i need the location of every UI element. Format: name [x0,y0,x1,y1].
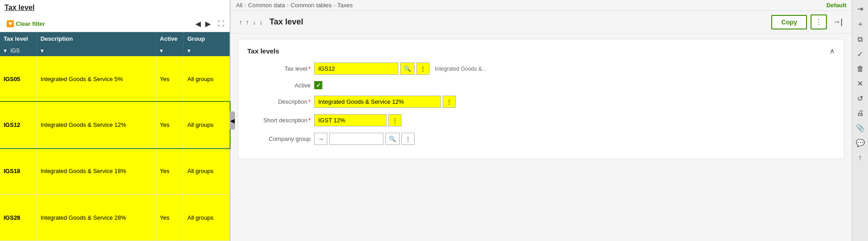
cell-group: All groups [184,194,230,241]
short-desc-input-group: ⋮ [314,114,401,126]
sort-icons: ↑ ↑ ↓ ↓ [238,18,264,26]
active-label: Active [247,82,311,89]
sidebar-comment-button[interactable]: 💬 [852,136,868,150]
page-title: Tax level [0,0,230,15]
description-menu-button[interactable]: ⋮ [443,96,456,108]
company-group-input-group: → 🔍 ⋮ [314,133,415,145]
sidebar-up-button[interactable]: ↑ [852,151,868,164]
sidebar-refresh-button[interactable]: ↺ [852,92,868,106]
filter-icon-group: ▼ [186,48,191,53]
expand-button[interactable]: ⛶ [216,19,226,28]
section-collapse-button[interactable]: ∧ [830,47,835,55]
breadcrumb-taxes[interactable]: Taxes [337,2,353,9]
short-desc-menu-button[interactable]: ⋮ [388,114,401,126]
company-group-row: Company group → 🔍 ⋮ [247,133,835,145]
sort-up-button[interactable]: ↑ [245,18,250,26]
cell-desc: Integrated Goods & Service 12% [37,102,156,148]
breadcrumb-common-data[interactable]: Common data [248,2,285,9]
sidebar-delete-button[interactable]: 🗑 [852,62,868,76]
section-header: Tax levels ∧ [247,47,835,55]
filter-icon-taxlevel: ▼ [3,48,8,53]
filter-cell-active: ▼ [156,45,184,56]
cell-active: Yes [156,56,184,102]
sort-last-button[interactable]: ↓ [258,18,264,26]
data-table: Tax level Description Active Group ▼ ▼ [0,32,230,241]
cell-taxlevel: IGS28 [0,194,37,241]
breadcrumb-all[interactable]: All [236,2,242,9]
sidebar-print-button[interactable]: 🖨 [852,106,868,120]
detail-title: Tax level [269,17,303,27]
breadcrumb-default: Default [826,2,846,9]
sidebar-cancel-button[interactable]: ✕ [852,77,868,91]
sort-first-button[interactable]: ↑ [238,18,244,26]
toolbar-row: 🔽 Clear filter ◀ ▶ ⛶ [0,15,230,32]
cell-group: All groups [184,102,230,148]
company-group-arrow-button[interactable]: → [314,133,327,145]
collapse-handle[interactable]: ◀ [230,111,235,130]
table-row[interactable]: IGS12 Integrated Goods & Service 12% Yes… [0,102,230,148]
description-input[interactable] [314,96,441,108]
breadcrumb-sep-2: › [287,2,288,9]
sidebar-copy-button[interactable]: ⧉ [852,33,868,46]
company-group-input[interactable] [329,133,383,145]
next-arrow-button[interactable]: ▶ [203,19,212,29]
filter-icon-active: ▼ [159,48,164,53]
filter-input-taxlevel[interactable] [9,47,34,55]
tax-level-label: Tax level* [247,65,311,72]
short-desc-input[interactable] [314,114,387,126]
col-header-desc: Description [37,32,156,45]
company-group-menu-button[interactable]: ⋮ [401,133,415,145]
company-group-label: Company group [247,135,311,142]
table-row[interactable]: IGS05 Integrated Goods & Service 5% Yes … [0,56,230,102]
cell-taxlevel: IGS05 [0,56,37,102]
tax-level-hint: Integrated Goods &... [435,66,486,72]
section-title: Tax levels [247,47,279,55]
sidebar-exit-button[interactable]: ⇥ [852,2,868,16]
filter-cell-desc: ▼ [37,45,156,56]
header-actions: Copy ⋮ →| [771,14,844,29]
required-star: * [308,65,311,72]
filter-row: ▼ ▼ ▼ ▼ [0,45,230,56]
breadcrumb-common-tables[interactable]: Common tables [291,2,332,9]
sidebar-check-button[interactable]: ✓ [852,47,868,61]
table-row[interactable]: IGS18 Integrated Goods & Service 18% Yes… [0,148,230,194]
active-row: Active [247,81,835,89]
filter-cell-taxlevel: ▼ [0,45,37,56]
tax-level-search-button[interactable]: 🔍 [400,63,415,75]
prev-arrow-button[interactable]: ◀ [193,19,203,29]
clear-filter-button[interactable]: 🔽 Clear filter [4,18,47,29]
detail-content: Tax levels ∧ Tax level* 🔍 ⋮ Integrated G… [231,34,852,241]
description-input-group: ⋮ [314,96,456,108]
table-body: IGS05 Integrated Goods & Service 5% Yes … [0,56,230,241]
breadcrumb-sep-1: › [244,2,246,9]
short-desc-label: Short description* [247,117,311,124]
right-panel: All › Common data › Common tables › Taxe… [231,0,852,241]
breadcrumb-bar: All › Common data › Common tables › Taxe… [231,0,852,11]
left-panel: Tax level 🔽 Clear filter ◀ ▶ ⛶ Tax level… [0,0,231,241]
sort-down-button[interactable]: ↓ [251,18,257,26]
cell-taxlevel: IGS12 [0,102,37,148]
description-label: Description* [247,98,311,105]
table-header-row: Tax level Description Active Group [0,32,230,45]
copy-button[interactable]: Copy [771,15,807,29]
three-dot-button[interactable]: ⋮ [811,14,827,29]
sidebar-add-button[interactable]: ＋ [852,17,868,32]
cell-active: Yes [156,102,184,148]
cell-desc: Integrated Goods & Service 28% [37,194,156,241]
table-row[interactable]: IGS28 Integrated Goods & Service 28% Yes… [0,194,230,241]
breadcrumb-sep-3: › [334,2,335,9]
cell-active: Yes [156,148,184,194]
clear-filter-label: Clear filter [16,20,45,27]
cell-desc: Integrated Goods & Service 18% [37,148,156,194]
tax-level-input[interactable] [314,63,398,75]
cell-desc: Integrated Goods & Service 5% [37,56,156,102]
company-group-search-button[interactable]: 🔍 [385,133,400,145]
detail-header: ↑ ↑ ↓ ↓ Tax level Copy ⋮ →| [231,11,852,34]
active-checkbox[interactable] [314,81,322,89]
exit-button[interactable]: →| [830,15,844,29]
cell-taxlevel: IGS18 [0,148,37,194]
tax-level-menu-button[interactable]: ⋮ [416,63,429,75]
sidebar-attach-button[interactable]: 📎 [852,121,868,135]
nav-arrows: ◀ ▶ [193,19,212,29]
filter-icon-desc: ▼ [40,48,45,53]
